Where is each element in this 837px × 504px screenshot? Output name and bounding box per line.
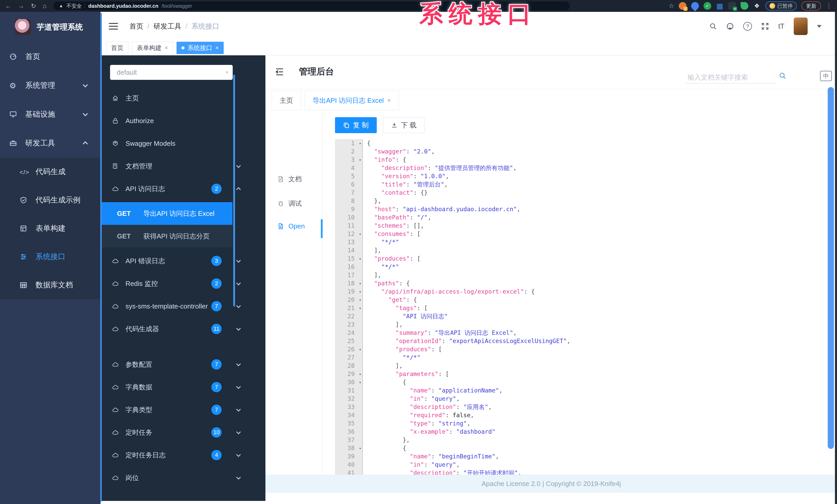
- fold-arrow-icon[interactable]: ▾: [359, 378, 361, 387]
- sidebar-item-基础设施[interactable]: 基础设施: [0, 100, 101, 129]
- breadcrumb-item[interactable]: 首页: [129, 22, 143, 31]
- api-nav-API 访问日志[interactable]: API 访问日志2: [101, 178, 232, 200]
- close-icon[interactable]: ×: [387, 97, 391, 104]
- content-scrollbar[interactable]: [828, 87, 834, 449]
- back-icon[interactable]: ←: [5, 3, 11, 9]
- api-nav-定时任务日志[interactable]: 定时任务日志4: [101, 444, 232, 466]
- home-icon[interactable]: ⌂: [43, 3, 47, 9]
- side-tab-文档[interactable]: 文档: [277, 174, 302, 184]
- paused-extension-pill[interactable]: 已暂停: [765, 1, 797, 11]
- fold-arrow-icon[interactable]: ▾: [359, 304, 361, 312]
- api-nav-API 错误日志[interactable]: API 错误日志3: [101, 249, 232, 272]
- api-nav-参数配置[interactable]: 参数配置7: [101, 353, 232, 376]
- sidebar-item-代码生成[interactable]: </>代码生成: [0, 157, 101, 186]
- paused-label: 已暂停: [777, 3, 793, 10]
- api-nav-Swagger Models[interactable]: Swagger Models: [101, 132, 232, 155]
- doc-search-input[interactable]: [685, 83, 776, 84]
- ext-icon-grid[interactable]: ▦: [716, 2, 724, 10]
- line-number: 14: [335, 246, 363, 255]
- api-group-select[interactable]: default ▾: [110, 65, 233, 80]
- active-tab-indicator: [321, 219, 323, 238]
- fullscreen-icon[interactable]: [761, 22, 769, 30]
- fold-arrow-icon[interactable]: ▾: [359, 288, 361, 296]
- sidebar-item-数据库文档[interactable]: 数据库文档: [0, 271, 101, 299]
- browser-menu-icon[interactable]: ⋮: [826, 2, 832, 10]
- menu-fold-icon[interactable]: [274, 67, 285, 77]
- github-icon[interactable]: [726, 22, 734, 30]
- api-operation-导出API 访问日志 Excel[interactable]: GET导出API 访问日志 Excel: [101, 202, 232, 225]
- url-host: dashboard.yudao.iocoder.cn: [88, 3, 158, 9]
- ext-icon-orange[interactable]: 1: [679, 2, 687, 10]
- ext-icon-dark[interactable]: m: [728, 2, 736, 10]
- breadcrumb-item[interactable]: 研发工具: [154, 22, 181, 31]
- search-icon[interactable]: [709, 22, 717, 30]
- forward-icon[interactable]: →: [18, 3, 24, 9]
- api-sidebar-scrollbar[interactable]: [233, 75, 235, 306]
- fold-arrow-icon[interactable]: ▾: [359, 296, 361, 304]
- ext-icon-check[interactable]: ✓: [704, 2, 711, 10]
- api-nav-字典类型[interactable]: 字典类型7: [101, 398, 232, 421]
- fold-arrow-icon[interactable]: ▾: [359, 279, 361, 288]
- fold-arrow-icon[interactable]: ▾: [359, 156, 361, 164]
- tab-系统接口[interactable]: 系统接口×: [177, 42, 224, 54]
- api-nav-文档管理[interactable]: 文档管理: [101, 155, 232, 178]
- code-text: "get": {: [363, 296, 417, 304]
- doc-tab-主页[interactable]: 主页: [272, 91, 301, 110]
- fold-arrow-icon[interactable]: ▾: [359, 346, 361, 354]
- code-line: 40 "in": "query",: [335, 461, 828, 469]
- ext-icon-drop[interactable]: [690, 1, 700, 11]
- tab-首页[interactable]: 首页: [106, 42, 128, 54]
- fold-arrow-icon[interactable]: ▾: [359, 370, 361, 378]
- sidebar-scrollbar[interactable]: [100, 13, 102, 502]
- ext-icon-leaf[interactable]: [741, 2, 748, 10]
- line-number: 39: [335, 452, 363, 461]
- side-tab-调试[interactable]: 调试: [277, 199, 302, 208]
- api-nav-Authorize[interactable]: Authorize: [101, 109, 232, 132]
- api-nav-sys-sms-template-controller[interactable]: sys-sms-template-controller7: [101, 295, 232, 318]
- sidebar-item-表单构建[interactable]: 表单构建: [0, 214, 101, 243]
- api-nav-label: 字典类型: [125, 405, 152, 414]
- api-nav-岗位[interactable]: 岗位: [101, 466, 232, 489]
- sidebar-item-研发工具[interactable]: 研发工具: [0, 129, 101, 157]
- chevron-down-icon: ▾: [226, 70, 228, 75]
- language-toggle[interactable]: 中: [820, 71, 832, 81]
- reload-icon[interactable]: ↻: [31, 3, 36, 9]
- watermark-annotation: 系统接口: [410, 0, 546, 30]
- api-nav-字典数据[interactable]: 字典数据7: [101, 376, 232, 398]
- breadcrumb-item[interactable]: 系统接口: [192, 22, 219, 31]
- ext-icon-puzzle[interactable]: ❖: [753, 2, 761, 10]
- api-operation-获得API 访问日志分页[interactable]: GET获得API 访问日志分页: [101, 225, 232, 247]
- api-nav-Redis 监控[interactable]: Redis 监控2: [101, 272, 232, 295]
- fold-arrow-icon[interactable]: ▾: [359, 139, 361, 148]
- search-icon[interactable]: [779, 72, 786, 79]
- code-line: 14 ],: [335, 246, 828, 255]
- api-nav-定时任务[interactable]: 定时任务10: [101, 421, 232, 444]
- copy-button[interactable]: 复 制: [335, 117, 377, 133]
- side-tab-Open[interactable]: Open: [277, 222, 305, 230]
- code-text: "name": "beginBeginTime",: [363, 452, 499, 461]
- sidebar-item-系统管理[interactable]: ⚙系统管理: [0, 71, 101, 100]
- chevron-down-icon: [235, 325, 242, 333]
- api-nav-主页[interactable]: 主页: [101, 87, 232, 109]
- tab-表单构建[interactable]: 表单构建×: [132, 42, 173, 54]
- update-button[interactable]: 更新: [801, 1, 821, 11]
- sidebar-item-首页[interactable]: 首页: [0, 42, 101, 71]
- font-size-icon[interactable]: tT: [778, 22, 784, 31]
- close-icon[interactable]: ×: [215, 44, 219, 51]
- chevron-down-icon[interactable]: [817, 25, 821, 28]
- fold-arrow-icon[interactable]: ▾: [359, 444, 361, 452]
- help-icon[interactable]: ?: [743, 22, 752, 31]
- user-avatar[interactable]: [794, 18, 808, 35]
- doc-tab-导出API 访问日志 Excel[interactable]: 导出API 访问日志 Excel×: [305, 91, 399, 110]
- hamburger-icon[interactable]: [109, 21, 118, 32]
- bookmark-star-icon[interactable]: ☆: [669, 3, 674, 9]
- swagger-json-editor[interactable]: 1▾{2 "swagger": "2.0",3▾ "info": {4 "des…: [335, 139, 828, 474]
- app-logo[interactable]: 芋道管理系统: [0, 12, 101, 42]
- api-nav-代码生成器[interactable]: 代码生成器11: [101, 318, 232, 340]
- close-icon[interactable]: ×: [165, 44, 168, 51]
- fold-arrow-icon[interactable]: ▾: [359, 255, 361, 263]
- download-button[interactable]: 下 载: [383, 117, 425, 133]
- sidebar-item-系统接口[interactable]: 系统接口: [0, 243, 101, 271]
- fold-arrow-icon[interactable]: ▾: [359, 230, 361, 238]
- sidebar-item-代码生成示例[interactable]: 代码生成示例: [0, 186, 101, 214]
